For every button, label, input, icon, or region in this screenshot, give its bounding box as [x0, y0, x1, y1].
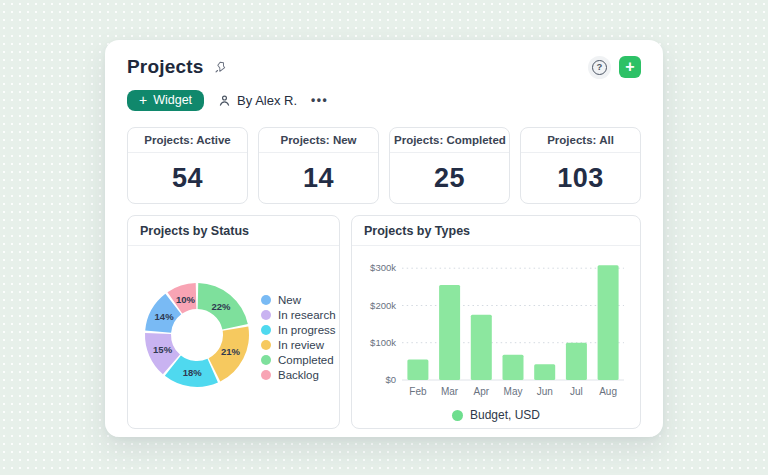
x-axis-tick-label: Aug: [599, 386, 617, 397]
panel-title: Projects by Types: [352, 216, 640, 246]
donut-percent-label: 15%: [153, 344, 173, 355]
bar-jul[interactable]: [566, 343, 587, 380]
stats-row: Projects: Active 54 Projects: New 14 Pro…: [127, 127, 641, 204]
legend-label: Budget, USD: [470, 408, 540, 422]
pin-icon[interactable]: [214, 60, 228, 74]
projects-by-types-panel: Projects by Types $0$100k$200k$300kFebMa…: [351, 215, 641, 429]
x-axis-tick-label: Jun: [537, 386, 553, 397]
donut-percent-label: 10%: [176, 294, 196, 305]
legend-item-new[interactable]: New: [261, 294, 336, 306]
y-axis-tick-label: $0: [385, 374, 396, 385]
dashboard-background: { "header": { "title": "Projects", "help…: [0, 0, 768, 475]
legend-item-in-review[interactable]: In review: [261, 339, 336, 351]
x-axis-tick-label: Jul: [570, 386, 583, 397]
bar-aug[interactable]: [598, 265, 619, 380]
legend-item-in-research[interactable]: In research: [261, 309, 336, 321]
author-label: By Alex R.: [237, 93, 297, 108]
stat-label: Projects: New: [259, 128, 378, 153]
bar-feb[interactable]: [407, 360, 428, 381]
legend-dot: [261, 325, 271, 335]
x-axis-tick-label: May: [504, 386, 523, 397]
bar-jun[interactable]: [534, 364, 555, 380]
legend-item-in-progress[interactable]: In progress: [261, 324, 336, 336]
donut-percent-label: 14%: [155, 311, 175, 322]
stat-label: Projects: All: [521, 128, 640, 153]
bar-apr[interactable]: [471, 315, 492, 380]
legend-label: In research: [278, 309, 336, 321]
status-legend: NewIn researchIn progressIn reviewComple…: [261, 294, 336, 381]
donut-percent-label: 21%: [221, 346, 241, 357]
legend-dot: [261, 370, 271, 380]
legend-item-backlog[interactable]: Backlog: [261, 369, 336, 381]
more-menu-button[interactable]: •••: [311, 93, 328, 107]
bar-may[interactable]: [503, 355, 524, 380]
stat-label: Projects: Active: [128, 128, 247, 153]
status-donut-svg: 22%21%18%15%14%10%: [141, 279, 253, 391]
legend-dot: [261, 340, 271, 350]
person-icon: [218, 94, 231, 107]
card-title-row: Projects ? +: [127, 54, 641, 80]
stat-value: 25: [390, 153, 509, 203]
stat-label: Projects: Completed: [390, 128, 509, 153]
stat-card-active[interactable]: Projects: Active 54: [127, 127, 248, 204]
x-axis-tick-label: Apr: [474, 386, 490, 397]
budget-bar-chart[interactable]: $0$100k$200k$300kFebMarAprMayJunJulAug: [362, 251, 630, 407]
stat-value: 54: [128, 153, 247, 203]
stat-card-all[interactable]: Projects: All 103: [520, 127, 641, 204]
legend-label: Completed: [278, 354, 334, 366]
bar-chart-legend[interactable]: Budget, USD: [452, 408, 540, 422]
types-panel-body: $0$100k$200k$300kFebMarAprMayJunJulAug B…: [352, 246, 640, 428]
y-axis-tick-label: $200k: [370, 300, 396, 311]
x-axis-tick-label: Feb: [409, 386, 427, 397]
card-actions-row: + Widget By Alex R. •••: [127, 89, 641, 111]
legend-item-completed[interactable]: Completed: [261, 354, 336, 366]
stat-value: 103: [521, 153, 640, 203]
stat-card-new[interactable]: Projects: New 14: [258, 127, 379, 204]
question-mark-icon: ?: [592, 60, 607, 75]
plus-icon: +: [139, 93, 147, 107]
x-axis-tick-label: Mar: [441, 386, 459, 397]
budget-bar-svg: $0$100k$200k$300kFebMarAprMayJunJulAug: [362, 251, 630, 403]
add-widget-button[interactable]: + Widget: [127, 90, 204, 111]
status-panel-body: 22%21%18%15%14%10% NewIn researchIn prog…: [128, 246, 339, 428]
legend-label: New: [278, 294, 301, 306]
status-donut-chart[interactable]: 22%21%18%15%14%10%: [141, 279, 253, 395]
donut-percent-label: 18%: [183, 367, 203, 378]
legend-label: In progress: [278, 324, 336, 336]
y-axis-tick-label: $100k: [370, 337, 396, 348]
projects-by-status-panel: Projects by Status 22%21%18%15%14%10% Ne…: [127, 215, 340, 429]
add-widget-label: Widget: [153, 93, 192, 107]
stat-card-completed[interactable]: Projects: Completed 25: [389, 127, 510, 204]
legend-dot: [261, 295, 271, 305]
add-button[interactable]: +: [619, 56, 641, 78]
page-title: Projects: [127, 56, 204, 78]
author-chip[interactable]: By Alex R.: [218, 93, 297, 108]
help-button[interactable]: ?: [588, 56, 611, 79]
panels-row: Projects by Status 22%21%18%15%14%10% Ne…: [127, 215, 641, 429]
legend-dot: [452, 410, 463, 421]
panel-title: Projects by Status: [128, 216, 339, 246]
stat-value: 14: [259, 153, 378, 203]
donut-percent-label: 22%: [211, 301, 231, 312]
legend-dot: [261, 310, 271, 320]
legend-label: Backlog: [278, 369, 319, 381]
legend-label: In review: [278, 339, 324, 351]
bar-mar[interactable]: [439, 285, 460, 380]
legend-dot: [261, 355, 271, 365]
plus-icon: +: [625, 59, 634, 75]
y-axis-tick-label: $300k: [370, 262, 396, 273]
projects-widget-card: Projects ? + + Widget By Alex R. •••: [105, 40, 663, 437]
